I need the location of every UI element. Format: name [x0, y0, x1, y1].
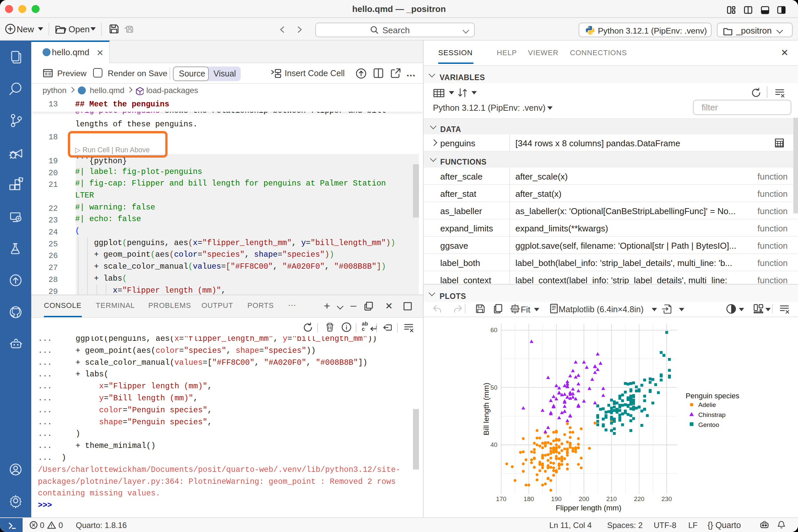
- svg-text:50: 50: [491, 384, 497, 391]
- svg-text:Flipper length (mm): Flipper length (mm): [556, 504, 622, 512]
- svg-text:170: 170: [496, 495, 507, 502]
- svg-text:Gentoo: Gentoo: [698, 421, 719, 428]
- svg-text:Chinstrap: Chinstrap: [698, 411, 725, 418]
- svg-text:210: 210: [607, 495, 617, 502]
- svg-text:220: 220: [634, 495, 644, 502]
- svg-text:200: 200: [579, 495, 589, 502]
- svg-text:230: 230: [661, 495, 672, 502]
- svg-text:Adelie: Adelie: [698, 401, 716, 408]
- svg-text:Penguin species: Penguin species: [686, 392, 739, 400]
- svg-text:190: 190: [551, 495, 562, 502]
- svg-text:60: 60: [491, 326, 497, 334]
- svg-text:Bill length (mm): Bill length (mm): [482, 383, 491, 435]
- svg-text:180: 180: [524, 495, 534, 502]
- svg-text:40: 40: [491, 441, 497, 448]
